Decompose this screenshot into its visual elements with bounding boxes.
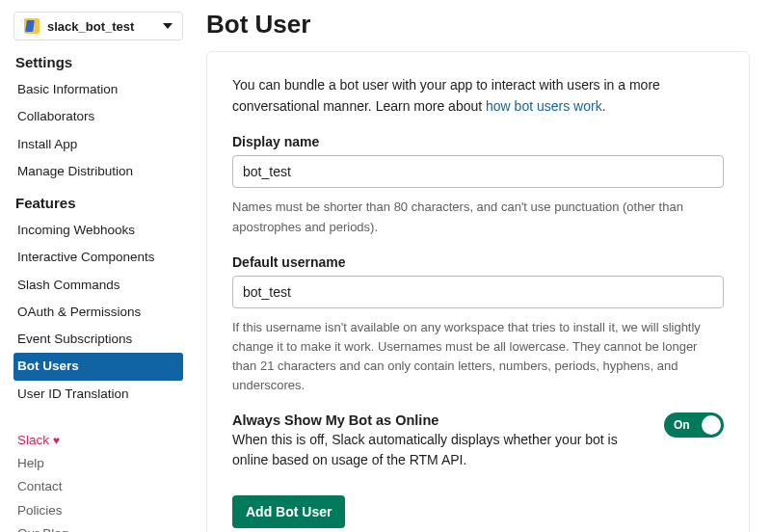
- default-username-help: If this username isn't available on any …: [232, 318, 724, 396]
- display-name-input[interactable]: [232, 155, 724, 188]
- online-toggle[interactable]: On: [664, 412, 724, 438]
- bot-users-docs-link[interactable]: how bot users work: [486, 98, 602, 114]
- sidebar-item-collaborators[interactable]: Collaborators: [13, 103, 183, 130]
- display-name-help: Names must be shorter than 80 characters…: [232, 198, 724, 236]
- add-bot-user-button[interactable]: Add Bot User: [232, 495, 345, 528]
- footer-help[interactable]: Help: [13, 452, 183, 475]
- features-heading: Features: [15, 195, 183, 211]
- sidebar-item-install-app[interactable]: Install App: [13, 131, 183, 158]
- sidebar-item-user-id-translation[interactable]: User ID Translation: [13, 381, 183, 408]
- app-icon: [24, 18, 40, 34]
- sidebar-item-manage-distribution[interactable]: Manage Distribution: [13, 158, 183, 185]
- heart-icon: ♥: [53, 434, 60, 447]
- sidebar-item-incoming-webhooks[interactable]: Incoming Webhooks: [13, 217, 183, 244]
- sidebar-item-basic-information[interactable]: Basic Information: [13, 76, 183, 103]
- settings-heading: Settings: [15, 54, 183, 70]
- sidebar-item-interactive-components[interactable]: Interactive Components: [13, 244, 183, 271]
- footer-policies[interactable]: Policies: [13, 499, 183, 522]
- display-name-label: Display name: [232, 134, 724, 149]
- default-username-input[interactable]: [232, 276, 724, 308]
- app-selector[interactable]: slack_bot_test: [13, 12, 183, 40]
- online-toggle-desc: When this is off, Slack automatically di…: [232, 430, 649, 470]
- app-selector-name: slack_bot_test: [47, 19, 134, 34]
- online-toggle-row: Always Show My Bot as Online When this i…: [232, 412, 724, 470]
- sidebar-item-bot-users[interactable]: Bot Users: [13, 353, 183, 380]
- footer-list: Slack ♥ Help Contact Policies Our Blog: [13, 429, 183, 532]
- page-title: Bot User: [206, 10, 750, 40]
- main-content: Bot User You can bundle a bot user with …: [193, 0, 771, 532]
- footer-contact[interactable]: Contact: [13, 475, 183, 498]
- bot-user-card: You can bundle a bot user with your app …: [206, 51, 750, 532]
- default-username-label: Default username: [232, 254, 724, 270]
- sidebar-item-slash-commands[interactable]: Slash Commands: [13, 272, 183, 299]
- footer-slack[interactable]: Slack ♥: [13, 429, 183, 452]
- intro-text: You can bundle a bot user with your app …: [232, 75, 724, 117]
- online-toggle-state: On: [674, 418, 690, 432]
- sidebar: slack_bot_test Settings Basic Informatio…: [0, 0, 193, 532]
- online-toggle-label: Always Show My Bot as Online: [232, 412, 649, 428]
- sidebar-item-event-subscriptions[interactable]: Event Subscriptions: [13, 326, 183, 353]
- chevron-down-icon: [163, 23, 173, 29]
- features-list: Incoming Webhooks Interactive Components…: [13, 217, 183, 408]
- toggle-knob: [702, 415, 721, 435]
- intro-suffix: .: [602, 98, 606, 114]
- footer-blog[interactable]: Our Blog: [13, 522, 183, 532]
- settings-list: Basic Information Collaborators Install …: [13, 76, 183, 185]
- sidebar-item-oauth-permissions[interactable]: OAuth & Permissions: [13, 299, 183, 326]
